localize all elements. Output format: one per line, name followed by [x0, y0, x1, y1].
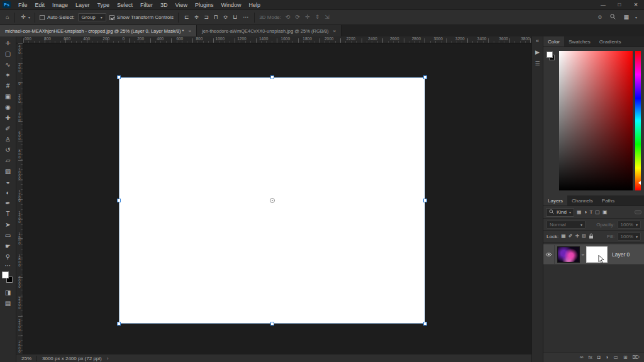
move-tool-preset[interactable]: ✛ ▾: [19, 14, 30, 20]
new-group-icon[interactable]: ▭: [613, 355, 618, 360]
workspace-icon[interactable]: ▦: [622, 14, 630, 20]
align-vertical-centers-icon[interactable]: ≎: [222, 14, 230, 20]
maximize-button[interactable]: □: [611, 0, 628, 9]
link-layers-icon[interactable]: ∞: [580, 355, 584, 360]
transform-handle-top-middle[interactable]: [270, 75, 274, 79]
color-panel-swatches[interactable]: [547, 51, 557, 190]
lock-position-icon[interactable]: ✛: [575, 234, 579, 239]
photoshop-logo[interactable]: Ps: [3, 1, 11, 8]
menu-view[interactable]: View: [172, 2, 191, 8]
menu-help[interactable]: Help: [245, 2, 265, 8]
brush-tool[interactable]: ✐: [1, 123, 16, 134]
rectangular-marquee-tool[interactable]: ▢: [1, 48, 16, 59]
close-tab-icon[interactable]: ×: [333, 28, 336, 34]
layer-filter-toggle[interactable]: [635, 210, 641, 214]
adjustment-layer-icon[interactable]: ◑: [606, 355, 609, 360]
menu-image[interactable]: Image: [48, 2, 72, 8]
minimize-button[interactable]: —: [595, 0, 611, 9]
document-canvas[interactable]: [119, 78, 425, 323]
tab-color[interactable]: Color: [543, 36, 564, 47]
tab-paths[interactable]: Paths: [597, 195, 619, 206]
color-swatches-widget[interactable]: [1, 271, 15, 286]
menu-edit[interactable]: Edit: [31, 2, 49, 8]
filter-shape-layers-icon[interactable]: ▢: [595, 210, 600, 215]
tab-gradients[interactable]: Gradients: [595, 36, 626, 47]
more-align-options-icon[interactable]: ⋯: [242, 14, 250, 20]
search-icon[interactable]: [609, 14, 617, 21]
layer-filter-kind-dropdown[interactable]: Kind ▾: [546, 208, 574, 217]
hue-slider-marker[interactable]: [638, 181, 641, 185]
tab-swatches[interactable]: Swatches: [564, 36, 595, 47]
blend-mode-dropdown[interactable]: Normal ▾: [547, 221, 586, 229]
blur-tool[interactable]: ◒: [1, 177, 16, 187]
gradient-tool[interactable]: ▧: [1, 166, 16, 177]
layer-mask-thumbnail[interactable]: [586, 246, 608, 263]
lasso-tool[interactable]: ∿: [1, 59, 16, 70]
zoom-level-field[interactable]: 25%: [21, 356, 31, 361]
menu-filter[interactable]: Filter: [136, 2, 157, 8]
lock-transparent-pixels-icon[interactable]: ▦: [561, 234, 566, 239]
crop-tool[interactable]: #: [1, 80, 16, 91]
edit-toolbar-button[interactable]: ⋯: [1, 262, 16, 270]
transform-handle-middle-left[interactable]: [117, 199, 121, 202]
eraser-tool[interactable]: ▱: [1, 155, 16, 166]
zoom-tool[interactable]: ⚲: [1, 251, 16, 262]
align-top-edges-icon[interactable]: ⊓: [213, 14, 219, 20]
ruler-origin[interactable]: [16, 36, 23, 43]
transform-handle-bottom-middle[interactable]: [270, 322, 274, 326]
status-options-icon[interactable]: ›: [107, 356, 109, 361]
eyedropper-tool[interactable]: ◉: [1, 102, 16, 112]
show-transform-controls-checkbox[interactable]: Show Transform Controls: [109, 14, 174, 20]
lock-all-icon[interactable]: [589, 233, 594, 240]
transform-handle-top-right[interactable]: [423, 75, 427, 79]
opacity-field[interactable]: 100% ▾: [618, 221, 641, 229]
tab-channels[interactable]: Channels: [567, 195, 597, 206]
menu-file[interactable]: File: [14, 2, 31, 8]
filter-adjustment-layers-icon[interactable]: ◑: [584, 210, 587, 215]
transform-handle-bottom-right[interactable]: [423, 322, 427, 326]
hand-tool[interactable]: ☛: [1, 241, 16, 251]
spot-healing-brush-tool[interactable]: ✚: [1, 112, 16, 123]
transform-handle-top-left[interactable]: [117, 75, 121, 79]
layer-name[interactable]: Layer 0: [612, 251, 630, 258]
close-tab-icon[interactable]: ×: [188, 28, 191, 34]
properties-panel-icon[interactable]: ☰: [535, 61, 540, 67]
delete-layer-icon[interactable]: ⌦: [633, 355, 640, 360]
collapse-panels-icon[interactable]: «: [536, 38, 539, 44]
saturation-brightness-field[interactable]: [559, 51, 633, 190]
screen-mode-button[interactable]: ▤: [1, 298, 16, 309]
account-icon[interactable]: ☺: [596, 14, 604, 20]
home-icon[interactable]: ⌂: [4, 14, 10, 20]
filter-pixel-layers-icon[interactable]: ▦: [577, 210, 582, 215]
layer-thumbnail[interactable]: [557, 246, 580, 263]
transform-handle-middle-right[interactable]: [423, 199, 427, 202]
canvas[interactable]: [23, 43, 531, 354]
collapsed-panel-icon[interactable]: ▶: [535, 50, 540, 55]
history-brush-tool[interactable]: ↺: [1, 145, 16, 155]
foreground-color-swatch[interactable]: [2, 272, 9, 278]
auto-select-scope-dropdown[interactable]: Group ▾: [78, 13, 106, 21]
filter-type-layers-icon[interactable]: T: [589, 210, 592, 215]
quick-mask-button[interactable]: ◨: [1, 287, 16, 298]
align-right-edges-icon[interactable]: ⊐: [203, 14, 210, 20]
align-bottom-edges-icon[interactable]: ⊔: [231, 14, 238, 20]
pen-tool[interactable]: ✒: [1, 198, 16, 209]
menu-layer[interactable]: Layer: [72, 2, 94, 8]
layer-styles-icon[interactable]: fx: [589, 355, 592, 360]
mask-link-icon[interactable]: ∞: [580, 253, 586, 256]
chevron-down-icon[interactable]: ▾: [635, 15, 637, 19]
clone-stamp-tool[interactable]: ♙: [1, 134, 16, 145]
align-left-edges-icon[interactable]: ⊏: [183, 14, 191, 20]
move-tool[interactable]: ✛: [1, 38, 16, 48]
dodge-tool[interactable]: ◐: [1, 187, 16, 198]
auto-select-checkbox[interactable]: Auto-Select:: [40, 14, 75, 20]
horizontal-ruler[interactable]: 0008006004002000200400600800100012001400…: [23, 36, 531, 43]
filter-smart-objects-icon[interactable]: ▣: [602, 210, 608, 215]
menu-plugins[interactable]: Plugins: [191, 2, 218, 8]
quick-selection-tool[interactable]: ✶: [1, 70, 16, 80]
add-layer-mask-icon[interactable]: ◘: [597, 355, 601, 360]
close-button[interactable]: ✕: [628, 0, 644, 9]
layer-row[interactable]: ∞ Layer 0: [543, 244, 644, 265]
fill-field[interactable]: 100% ▾: [618, 233, 641, 241]
type-tool[interactable]: T: [1, 209, 16, 219]
